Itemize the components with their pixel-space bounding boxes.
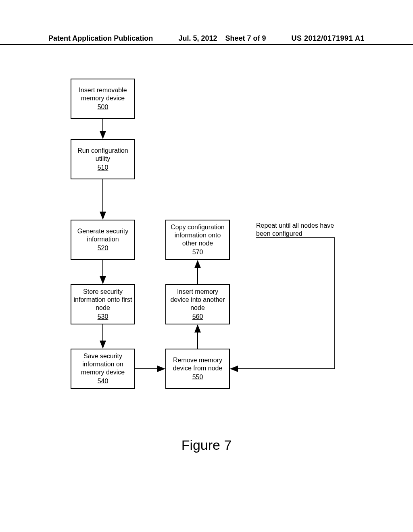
header-right: US 2012/0171991 A1 [292,34,365,43]
flow-arrows [0,77,413,439]
page: Patent Application Publication Jul. 5, 2… [0,0,413,532]
figure-caption: Figure 7 [0,437,413,453]
header-date: Jul. 5, 2012 [178,34,217,42]
header-row: Patent Application Publication Jul. 5, 2… [0,34,413,43]
header-left: Patent Application Publication [48,34,153,43]
header-sheet: Sheet 7 of 9 [225,34,266,42]
flowchart: Insert removable memory device 500 Run c… [0,77,413,439]
page-header: Patent Application Publication Jul. 5, 2… [0,34,413,45]
header-center: Jul. 5, 2012 Sheet 7 of 9 [178,34,266,43]
